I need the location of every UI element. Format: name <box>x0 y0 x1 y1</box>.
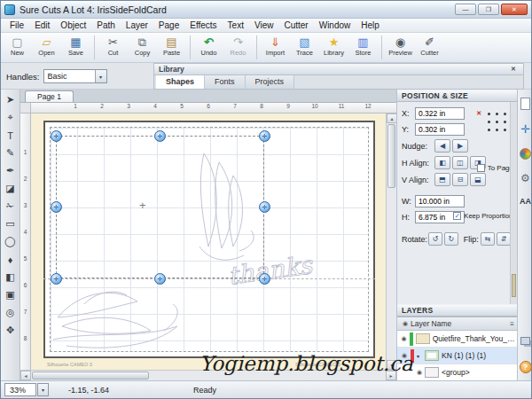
flip-horizontal-button[interactable]: ⇆ <box>481 232 495 246</box>
align-center-h-button[interactable]: ◫ <box>452 156 468 169</box>
scroll-right-icon[interactable]: ▸ <box>386 371 396 380</box>
to-page-option[interactable]: To Page <box>477 164 513 172</box>
library-button[interactable]: ★Library <box>319 35 348 57</box>
tool-button[interactable]: ▭ <box>2 215 19 232</box>
align-bottom-button[interactable]: ⬓ <box>470 173 486 186</box>
menu-item[interactable]: Help <box>356 20 385 31</box>
tool-button[interactable]: ➤ <box>2 91 19 108</box>
layer-row[interactable]: ◉ Quietfire_Thank_You_we... <box>397 331 517 348</box>
tool-button[interactable]: ♦ <box>2 251 19 268</box>
layer-row[interactable]: ◉ ▾ KN (1) (1) (1) <box>397 348 517 364</box>
zoom-dropdown-icon[interactable]: ▾ <box>37 383 49 396</box>
copy-button[interactable]: ⧉Copy <box>128 35 157 57</box>
trace-button[interactable]: ▧Trace <box>290 35 319 57</box>
tool-button[interactable]: ✁ <box>2 198 19 215</box>
open-button[interactable]: ▱Open <box>32 35 61 57</box>
save-button[interactable]: ▦Save <box>61 35 90 57</box>
menu-item[interactable]: Page <box>153 20 184 31</box>
design-canvas[interactable]: thanks + Silhouette CAMEO 3 Silhouette C… <box>31 113 386 370</box>
undo-button[interactable]: ↶Undo <box>194 35 223 57</box>
horizontal-scroll-thumb[interactable] <box>32 372 149 379</box>
tab-shapes[interactable]: Shapes <box>156 75 205 89</box>
rotate-ccw-button[interactable]: ↺ <box>428 232 442 246</box>
horizontal-scrollbar[interactable]: ◂ ▸ <box>20 370 396 380</box>
flip-vertical-button[interactable]: ⇵ <box>497 232 511 246</box>
y-input[interactable] <box>415 123 465 136</box>
tool-button[interactable]: ▣ <box>2 286 19 303</box>
tool-button[interactable]: ✥ <box>2 322 19 339</box>
menu-item[interactable]: Effects <box>184 20 222 31</box>
selection-handle[interactable] <box>51 130 62 142</box>
width-input[interactable] <box>415 195 465 207</box>
palette-icon[interactable] <box>520 148 531 160</box>
tool-button[interactable]: ✎ <box>2 145 19 161</box>
selection-handle[interactable] <box>154 130 166 142</box>
fonts-icon[interactable]: AA <box>520 197 531 206</box>
panel-scroll-thumb[interactable] <box>512 274 516 297</box>
wrench-icon[interactable]: ⚙ <box>520 173 530 184</box>
layer-row[interactable]: ◉ <group> <box>397 364 517 381</box>
layers-menu-icon[interactable]: ≡ <box>510 320 514 328</box>
page-tab[interactable]: Page 1 <box>25 90 74 102</box>
x-input[interactable] <box>415 107 465 120</box>
layer-color-strip[interactable] <box>410 332 413 346</box>
selection-handle[interactable] <box>154 273 166 285</box>
layers-icon[interactable] <box>520 337 530 345</box>
menu-item[interactable]: Text <box>223 20 249 31</box>
layer-color-strip[interactable] <box>411 349 414 363</box>
scroll-left-icon[interactable]: ◂ <box>20 371 31 380</box>
menu-item[interactable]: Edit <box>29 20 55 31</box>
panel-scrollbar[interactable] <box>510 102 517 304</box>
eye-icon[interactable]: ◉ <box>399 335 409 342</box>
layers-header[interactable]: LAYERS <box>397 304 517 317</box>
align-top-button[interactable]: ⬒ <box>434 173 450 186</box>
tab-fonts[interactable]: Fonts <box>205 75 246 89</box>
nudge-left-button[interactable]: ◀ <box>434 139 450 153</box>
redo-button[interactable]: ↷Redo <box>223 35 253 57</box>
eye-icon[interactable]: ◉ <box>399 352 410 359</box>
align-center-v-button[interactable]: ⊟ <box>452 173 468 186</box>
menu-item[interactable]: File <box>4 20 29 31</box>
cut-button[interactable]: ✂Cut <box>98 35 128 57</box>
anchor-point-grid[interactable] <box>485 110 509 134</box>
tool-button[interactable]: ⌖ <box>2 109 19 126</box>
selection-handle[interactable] <box>259 130 270 142</box>
menu-item[interactable]: Window <box>314 20 356 31</box>
vertical-scrollbar[interactable]: ▴ ▾ <box>386 113 396 370</box>
vertical-scroll-thumb[interactable] <box>387 124 395 188</box>
library-panel-titlebar[interactable]: Library ✕ <box>153 63 524 75</box>
menu-item[interactable]: Layer <box>121 20 153 31</box>
selection-handle[interactable] <box>51 201 62 213</box>
position-size-header[interactable]: POSITION & SIZE <box>397 90 517 102</box>
zoom-level[interactable]: 33% <box>4 383 36 396</box>
close-button[interactable]: ✕ <box>501 4 528 15</box>
menu-item[interactable]: Path <box>91 20 121 31</box>
tool-button[interactable]: ◯ <box>2 233 19 250</box>
tool-button[interactable]: ◧ <box>2 269 19 286</box>
keep-proportions-option[interactable]: ✓ Keep Proportions <box>453 212 516 220</box>
maximize-button[interactable]: ❐ <box>478 4 499 15</box>
keep-proportions-checkbox[interactable]: ✓ <box>453 212 461 220</box>
menu-item[interactable]: Object <box>55 20 91 31</box>
new-button[interactable]: ▢New <box>3 35 32 57</box>
paste-button[interactable]: ▤Paste <box>157 35 186 57</box>
rotate-cw-button[interactable]: ↻ <box>444 232 458 246</box>
handles-dropdown[interactable]: Basic ▾ <box>43 69 107 83</box>
align-left-button[interactable]: ◧ <box>434 156 450 169</box>
menu-item[interactable]: Cutter <box>278 20 313 31</box>
preview-button[interactable]: ◉Preview <box>386 35 415 57</box>
help-icon[interactable]: ? <box>520 361 532 373</box>
library-close-icon[interactable]: ✕ <box>508 66 519 73</box>
eye-icon[interactable]: ◉ <box>414 369 425 376</box>
tool-button[interactable]: ◎ <box>2 304 19 321</box>
menu-item[interactable]: View <box>249 20 279 31</box>
document-icon[interactable] <box>520 98 530 110</box>
store-button[interactable]: ▥Store <box>348 35 378 57</box>
move-icon[interactable]: ✛ <box>520 123 530 135</box>
tool-button[interactable]: T <box>2 127 19 144</box>
nudge-right-button[interactable]: ▶ <box>452 139 468 153</box>
to-page-checkbox[interactable] <box>477 164 485 172</box>
selection-handle[interactable] <box>259 201 270 213</box>
selection-handle[interactable] <box>51 273 62 285</box>
tool-button[interactable]: ◪ <box>2 180 19 197</box>
